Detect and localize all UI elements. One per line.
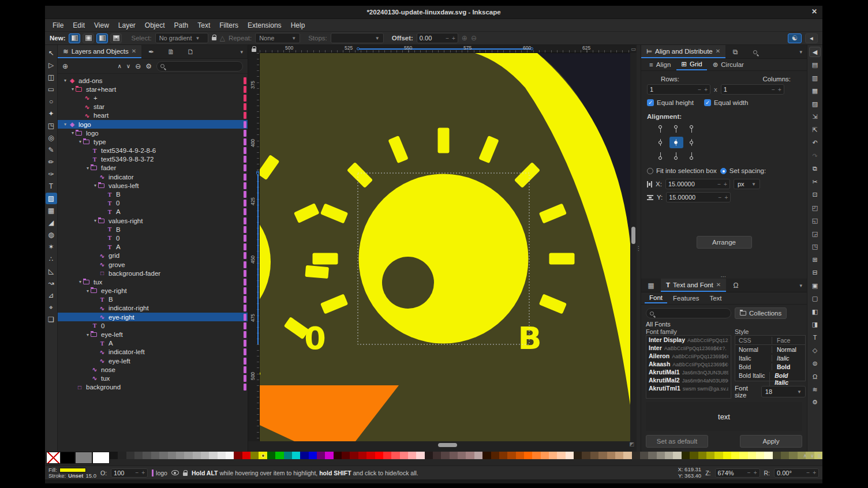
palette-swatch[interactable] <box>383 452 391 459</box>
arrange-button[interactable]: Arrange <box>697 236 752 249</box>
opacity-spinner[interactable]: 100−+ <box>111 468 148 478</box>
font-search-input[interactable] <box>646 308 731 318</box>
zoom-tool[interactable]: ⌖ <box>46 302 57 313</box>
palette-swatch[interactable] <box>773 452 781 459</box>
palette-swatch[interactable] <box>317 452 325 459</box>
palette-swatch[interactable] <box>218 452 226 459</box>
keyboard-dialog-tab-icon[interactable]: ▦ <box>641 281 661 290</box>
snapping-toggle-button[interactable]: ☯ <box>788 33 802 43</box>
selector-tool[interactable]: ↖ <box>46 47 57 59</box>
palette-swatch[interactable] <box>242 452 250 459</box>
font-style-item[interactable]: Bold ItalicBold Italic <box>735 371 805 386</box>
palette-swatch[interactable] <box>275 452 283 459</box>
palette-swatch[interactable] <box>640 452 648 459</box>
folder-row-values-left[interactable]: ▾values-left <box>58 181 248 190</box>
y-spacing-spinner[interactable]: 15.00000−+ <box>666 192 731 202</box>
palette-swatch[interactable] <box>632 452 640 459</box>
offset-spinner[interactable]: 0.00 −+ <box>417 33 458 43</box>
collapse-snap-bar-button[interactable]: ◂ <box>805 33 818 43</box>
add-layer-button[interactable]: ⊕ <box>62 62 68 70</box>
drawing-canvas[interactable]: 0 B <box>260 53 630 441</box>
text-dialog-button[interactable]: T <box>809 332 821 343</box>
folder-row-values-right[interactable]: ▾values-right <box>58 216 248 225</box>
expander-icon[interactable]: ▾ <box>92 218 98 223</box>
text-row-B[interactable]: TB <box>58 225 248 234</box>
stops-dropdown[interactable]: ▼ <box>331 33 384 43</box>
palette-swatch[interactable] <box>756 452 764 459</box>
star-tool[interactable]: ✦ <box>46 108 57 119</box>
close-tab-icon[interactable]: ✕ <box>132 48 136 54</box>
palette-swatch[interactable] <box>110 452 118 459</box>
palette-swatch[interactable] <box>557 452 565 459</box>
palette-swatch[interactable] <box>682 452 690 459</box>
palette-swatch[interactable] <box>300 452 308 459</box>
palette-swatch[interactable] <box>789 452 797 459</box>
font-style-item[interactable]: ItalicItalic <box>735 354 805 362</box>
palette-swatch[interactable] <box>499 452 507 459</box>
palette-scroll-up[interactable]: ∧ <box>803 453 807 459</box>
palette-swatch[interactable] <box>408 452 416 459</box>
apply-button[interactable]: Apply <box>740 435 802 448</box>
menu-layer[interactable]: Layer <box>114 20 140 31</box>
palette-swatch[interactable] <box>731 452 739 459</box>
text-row-B[interactable]: TB <box>58 190 248 198</box>
folder-row-logo[interactable]: ▾logo <box>58 129 248 137</box>
palette-swatch[interactable] <box>126 452 134 459</box>
palette-swatch[interactable] <box>615 452 623 459</box>
folder-row-type[interactable]: ▾type <box>58 137 248 146</box>
path-row-eye-right[interactable]: ∿eye-right <box>58 313 248 321</box>
palette-swatch[interactable] <box>549 452 557 459</box>
symbols-dialog-button[interactable]: Ω <box>809 371 821 382</box>
titlebar[interactable]: *20240130-update-linuxdaw.svg - Inkscape… <box>45 6 822 19</box>
palette-swatch[interactable] <box>284 452 292 459</box>
palette-swatch[interactable] <box>607 452 615 459</box>
text-row-A[interactable]: TA <box>58 243 248 251</box>
undo-button[interactable]: ↶ <box>809 138 821 148</box>
palette-swatch[interactable] <box>507 452 515 459</box>
palette-swatch[interactable] <box>441 452 449 459</box>
font-family-item[interactable]: InterAaBbCcIiPpQq12369$€¢?. <box>646 344 731 352</box>
gradient-select-dropdown[interactable]: No gradient▼ <box>155 33 208 43</box>
document-new-button[interactable]: ▤ <box>809 60 821 70</box>
expander-icon[interactable]: ▾ <box>70 130 76 136</box>
font-family-item[interactable]: AkrutiMal2Jas6m9n4aN03U890'0123 <box>646 376 731 384</box>
rectangle-tool[interactable]: ▭ <box>46 84 57 95</box>
ruler-lock-icon[interactable] <box>248 45 260 53</box>
document2-dialog-tab-icon[interactable]: 🗋 <box>181 48 200 56</box>
set-spacing-radio[interactable]: Set spacing: <box>720 167 766 174</box>
palette-swatch[interactable] <box>375 452 383 459</box>
text-row-text5349-9-8-3-72[interactable]: Ttext5349-9-8-3-72 <box>58 155 248 164</box>
anchor-center[interactable] <box>669 137 683 148</box>
subtab-circular[interactable]: ⊛Circular <box>708 59 749 70</box>
duplicate-button[interactable]: ◳ <box>809 242 821 252</box>
text-tool[interactable]: T <box>46 181 57 192</box>
font-family-item[interactable]: AkrutiMal1Jas6m3nQJUN3U8902912 <box>646 368 731 376</box>
subtab-font[interactable]: Font <box>645 293 667 303</box>
path-row-star[interactable]: ∿star <box>58 103 248 111</box>
palette-swatch[interactable] <box>400 452 408 459</box>
palette-swatch[interactable] <box>193 452 201 459</box>
close-tab-icon[interactable]: ✕ <box>716 48 720 54</box>
document-open-button[interactable]: ▥ <box>809 73 821 83</box>
palette-swatch[interactable] <box>764 452 772 459</box>
connector-tool[interactable]: ↝ <box>46 277 57 289</box>
style-dialog-tab-icon[interactable]: ✒ <box>141 48 161 56</box>
dock-resize-handle[interactable]: ⋮ <box>637 45 641 452</box>
insert-stop-button[interactable]: ⊕ <box>462 34 467 42</box>
menu-text[interactable]: Text <box>193 20 214 31</box>
subtab-features[interactable]: Features <box>668 294 704 303</box>
fill-stroke-dialog-button[interactable]: ◧ <box>809 306 821 317</box>
find-dialog-icon[interactable] <box>745 48 765 56</box>
palette-swatch[interactable] <box>524 452 532 459</box>
path-row-indicator-right[interactable]: ∿indicator-right <box>58 304 248 313</box>
text-row-A[interactable]: TA <box>58 208 248 216</box>
rect-row-background-fader[interactable]: □background-fader <box>58 269 248 277</box>
rect-row-background[interactable]: □background <box>58 383 248 392</box>
palette-swatch[interactable] <box>657 452 665 459</box>
pages-tool[interactable]: ❏ <box>46 314 57 325</box>
display-mode-icon[interactable]: ▭ <box>630 45 637 53</box>
font-family-list[interactable]: Inter DisplayAaBbCcIiPpQq1236InterAaBbCc… <box>646 335 731 399</box>
vertical-scrollbar[interactable] <box>630 53 637 441</box>
anchor-bottom-center[interactable] <box>669 150 683 162</box>
palette-swatch[interactable] <box>450 452 458 459</box>
